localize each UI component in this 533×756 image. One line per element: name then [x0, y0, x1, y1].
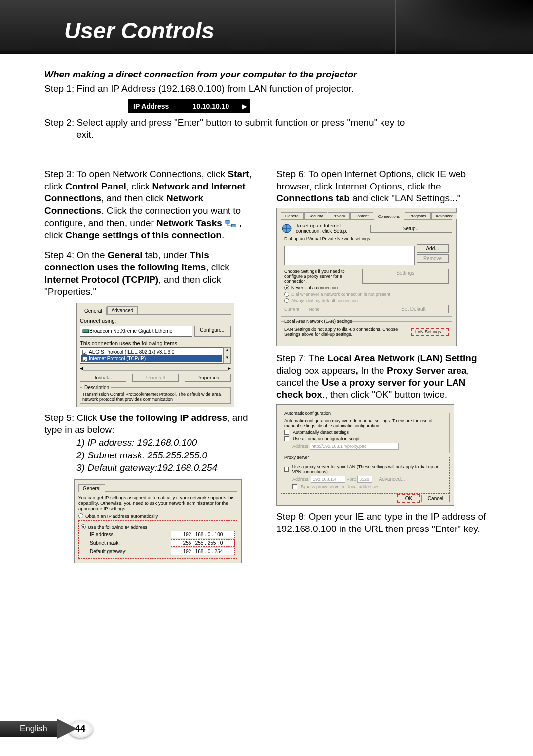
step-8: Step 8: Open your IE and type in the IP …: [276, 511, 489, 535]
scroll-down-icon[interactable]: ▼: [224, 355, 230, 363]
step-2-line1: Step 2: Select apply and press "Enter" b…: [44, 117, 489, 129]
scroll-left-icon[interactable]: ◀: [80, 366, 83, 371]
ip-bar-value: 10.10.10.10: [183, 102, 239, 110]
cb-auto-detect[interactable]: Automatically detect settings: [284, 430, 446, 435]
proxy-addr-label: Address:: [292, 477, 310, 482]
gateway-label: Default gateway:: [90, 549, 171, 554]
items-label: This connection uses the following items…: [80, 340, 231, 346]
tab-item[interactable]: General: [281, 212, 304, 219]
step-2-line2: exit.: [44, 129, 489, 141]
ip-dialog-note: You can get IP settings assigned automat…: [78, 495, 237, 511]
current-value: None: [309, 307, 369, 312]
subnet-label: Subnet mask:: [90, 540, 171, 546]
tab-connections[interactable]: Connections: [374, 213, 404, 220]
network-task-icon: [225, 219, 236, 228]
adapter-name: Broadcom NetXtreme Gigabit Etherne: [89, 328, 172, 334]
radio-auto[interactable]: Obtain an IP address automatically: [78, 513, 237, 519]
cb-auto-script[interactable]: Use automatic configuration script: [284, 436, 446, 441]
radio-never[interactable]: Never dial a connection: [284, 285, 449, 290]
settings-button[interactable]: Settings: [362, 269, 449, 284]
tab-item[interactable]: Privacy: [328, 212, 349, 219]
tab-item[interactable]: Content: [350, 212, 373, 219]
step-5-sub3: 3) Default gateway:192.168.0.254: [44, 461, 257, 474]
script-addr-label: Address: [292, 444, 308, 449]
adapter-icon: [82, 328, 89, 335]
subnet-input[interactable]: 255 . 255 . 255 . 0: [171, 539, 235, 547]
dialog-tabs: General Advanced: [80, 306, 231, 315]
lan-settings-dialog: Automatic configuration Automatic config…: [276, 404, 454, 506]
tab-general-ip[interactable]: General: [78, 484, 105, 492]
dialup-legend: Dial-up and Virtual Private Network sett…: [284, 236, 370, 241]
tab-item[interactable]: Security: [304, 212, 327, 219]
left-column: Step 3: To open Network Connections, cli…: [44, 168, 257, 563]
page-footer: English 44: [0, 719, 93, 739]
dialog-button-row: Install... Uninstall Properties: [80, 374, 231, 382]
auto-config-legend: Automatic configuration: [284, 411, 331, 416]
step-5: Step 5: Click Use the following IP addre…: [44, 412, 257, 436]
footer-language: English: [0, 721, 58, 737]
properties-button[interactable]: Properties: [185, 374, 231, 382]
step-5-sub2: 2) Subnet mask: 255.255.255.0: [44, 449, 257, 462]
svg-rect-1: [231, 224, 235, 227]
proxy-legend: Proxy server: [284, 455, 309, 460]
ip-addr-label: IP address:: [90, 532, 171, 537]
install-button[interactable]: Install...: [80, 374, 126, 382]
cb-use-proxy[interactable]: Use a proxy server for your LAN (These s…: [284, 464, 446, 474]
proxy-port-label: Port:: [347, 477, 356, 482]
lan-settings-button[interactable]: LAN Settings...: [411, 328, 449, 336]
list-item: ✓AEGIS Protocol (IEEE 802.1x) v3.1.6.0: [81, 349, 222, 355]
scroll-right-icon[interactable]: ▶: [228, 366, 231, 371]
step-5-sub1: 1) IP address: 192.168.0.100: [44, 436, 257, 449]
scroll-up-icon[interactable]: ▲: [224, 348, 230, 355]
svg-rect-2: [83, 330, 89, 333]
gateway-input[interactable]: 192 . 168 . 0 . 254: [171, 548, 235, 555]
radio-always: Always dial my default connection: [284, 298, 449, 303]
choose-text: Choose Settings if you need to configure…: [284, 269, 360, 284]
configure-button[interactable]: Configure...: [194, 326, 231, 337]
step-4: Step 4: On the General tab, under This c…: [44, 249, 257, 298]
two-column-layout: Step 3: To open Network Connections, cli…: [44, 168, 489, 563]
internet-options-dialog: General Security Privacy Content Connect…: [276, 208, 457, 346]
intro-heading: When making a direct connection from you…: [44, 69, 489, 80]
cancel-button[interactable]: Cancel: [421, 495, 450, 502]
svg-rect-0: [226, 220, 229, 223]
current-label: Current: [284, 307, 299, 312]
tab-item[interactable]: Programs: [405, 212, 431, 219]
right-column: Step 6: To open Internet Options, click …: [276, 168, 489, 563]
description-fieldset: Description Transmission Control Protoco…: [80, 385, 231, 404]
radio-manual[interactable]: Use the following IP address:: [81, 524, 235, 529]
content-area: When making a direct connection from you…: [0, 54, 533, 573]
tab-item[interactable]: Advanced: [431, 212, 458, 219]
lan-text: LAN Settings do not apply to dial-up con…: [284, 327, 409, 337]
ok-button[interactable]: OK: [397, 494, 420, 503]
globe-icon: [281, 223, 293, 234]
remove-button[interactable]: Remove: [417, 254, 449, 263]
step-1: Step 1: Find an IP Address (192.168.0.10…: [44, 83, 489, 95]
step-6: Step 6: To open Internet Options, click …: [276, 168, 489, 205]
cb-bypass: Bypass proxy server for local addresses: [292, 484, 446, 489]
items-list[interactable]: ✓AEGIS Protocol (IEEE 802.1x) v3.1.6.0 ✓…: [80, 347, 223, 364]
arrow-right-icon[interactable]: ▶: [239, 99, 250, 113]
setup-text: To set up an Internet connection, click …: [296, 223, 367, 234]
add-button[interactable]: Add...: [417, 244, 449, 253]
proxy-addr-input[interactable]: 192.168.1.4: [311, 476, 345, 483]
page-header: User Controls: [0, 0, 533, 54]
header-decoration: [395, 0, 533, 54]
set-default-button[interactable]: Set Default: [379, 305, 449, 313]
proxy-port-input[interactable]: 3128: [357, 476, 372, 483]
tab-advanced[interactable]: Advanced: [107, 306, 138, 314]
connection-properties-dialog: General Advanced Connect using: Broadcom…: [76, 303, 234, 407]
lan-legend: Local Area Network (LAN) settings: [284, 319, 352, 324]
radio-dial-when: Dial whenever a network connection is no…: [284, 292, 449, 297]
tab-general[interactable]: General: [80, 307, 107, 315]
script-addr-input[interactable]: http://192.168.1.4/proxy.pac: [310, 443, 399, 450]
step-3: Step 3: To open Network Connections, cli…: [44, 168, 257, 241]
dialup-list[interactable]: [284, 246, 415, 265]
description-legend: Description: [82, 385, 111, 390]
ip-address-input[interactable]: 192 . 168 . 0 . 100: [171, 531, 235, 538]
advanced-button[interactable]: Advanced...: [374, 475, 411, 483]
description-text: Transmission Control Protocol/Internet P…: [82, 392, 221, 402]
uninstall-button[interactable]: Uninstall: [132, 374, 179, 382]
step-7: Step 7: The Local Area Network (LAN) Set…: [276, 352, 489, 401]
setup-button[interactable]: Setup...: [370, 225, 453, 233]
